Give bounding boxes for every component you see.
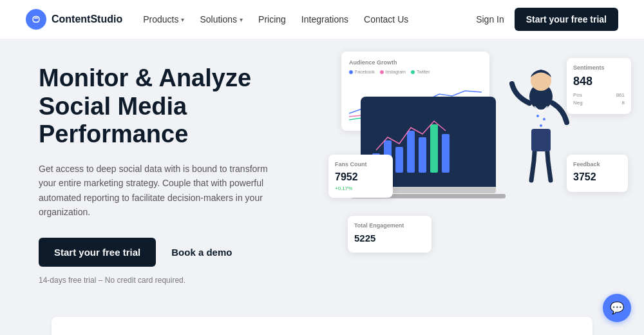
- person-illustration: [506, 58, 576, 200]
- audience-card-title: Audience Growth: [349, 59, 482, 66]
- svg-rect-3: [407, 131, 415, 173]
- fans-count-card: Fans Count 7952 +0.17%: [328, 155, 393, 198]
- hero-illustration: Audience Growth Facebook Instagram Twitt…: [322, 45, 631, 251]
- nav-menu: Products ▾ Solutions ▾ Pricing Integrati…: [143, 14, 408, 24]
- nav-left: ContentStudio Products ▾ Solutions ▾ Pri…: [26, 9, 408, 30]
- nav-right: Sign In Start your free trial: [476, 8, 618, 31]
- nav-pricing[interactable]: Pricing: [258, 14, 286, 24]
- feedback-title: Feedback: [573, 161, 621, 168]
- legend-dot-twitter: [411, 70, 415, 74]
- nav-solutions[interactable]: Solutions ▾: [200, 14, 243, 24]
- svg-rect-2: [395, 147, 403, 173]
- hero-content: Monitor & Analyze Social Media Performan…: [39, 64, 328, 285]
- sentiment-rows: Pos 861 Neg 8: [573, 92, 625, 106]
- sentiment-negative: Neg 8: [573, 100, 625, 106]
- nav-products[interactable]: Products ▾: [143, 14, 184, 24]
- legend-instagram: Instagram: [380, 70, 406, 74]
- legend-facebook: Facebook: [349, 70, 375, 74]
- fans-change: +0.17%: [335, 186, 386, 191]
- sentiments-title: Sentiments: [573, 64, 625, 71]
- start-trial-button[interactable]: Start your free trial: [39, 238, 156, 267]
- navbar: ContentStudio Products ▾ Solutions ▾ Pri…: [0, 0, 644, 39]
- svg-rect-4: [419, 137, 426, 173]
- chevron-down-icon: ▾: [240, 16, 243, 23]
- trial-note: 14-days free trial – No credit card requ…: [39, 276, 328, 285]
- sign-in-link[interactable]: Sign In: [476, 14, 504, 24]
- svg-rect-9: [531, 129, 551, 151]
- nav-contact[interactable]: Contact Us: [364, 14, 408, 24]
- sentiment-positive: Pos 861: [573, 92, 625, 98]
- nav-cta-button[interactable]: Start your free trial: [515, 8, 618, 31]
- svg-point-10: [536, 115, 539, 117]
- chat-icon: 💬: [610, 301, 624, 315]
- hero-section: Monitor & Analyze Social Media Performan…: [0, 39, 644, 304]
- chevron-down-icon: ▾: [181, 16, 184, 23]
- hero-buttons: Start your free trial Book a demo: [39, 238, 328, 267]
- testimonial-section: "ContentStudio – the best social media m…: [0, 304, 644, 335]
- logo-icon: [26, 9, 46, 30]
- svg-rect-5: [430, 124, 438, 173]
- chart-legend: Facebook Instagram Twitter: [349, 70, 482, 74]
- svg-point-11: [543, 118, 545, 120]
- fans-count-value: 7952: [335, 171, 386, 183]
- hero-title: Monitor & Analyze Social Media Performan…: [39, 64, 328, 149]
- legend-dot-facebook: [349, 70, 353, 74]
- book-demo-button[interactable]: Book a demo: [166, 238, 237, 267]
- testimonial-card: "ContentStudio – the best social media m…: [52, 317, 592, 335]
- feedback-card: Feedback 3752: [567, 155, 628, 192]
- svg-rect-6: [442, 134, 450, 173]
- svg-point-12: [540, 124, 542, 127]
- logo-text: ContentStudio: [52, 14, 122, 25]
- hero-description: Get access to deep social data with is b…: [39, 162, 283, 220]
- total-engagement-value: 5225: [354, 233, 425, 244]
- total-engagement-card: Total Engagement 5225: [348, 216, 431, 253]
- feedback-value: 3752: [573, 171, 621, 183]
- logo[interactable]: ContentStudio: [26, 9, 122, 30]
- fans-count-title: Fans Count: [335, 161, 386, 168]
- chat-button[interactable]: 💬: [603, 294, 631, 322]
- legend-dot-instagram: [380, 70, 384, 74]
- sentiments-card: Sentiments 848 Pos 861 Neg 8: [567, 58, 631, 114]
- sentiments-value: 848: [573, 75, 625, 88]
- nav-integrations[interactable]: Integrations: [301, 14, 348, 24]
- total-engagement-title: Total Engagement: [354, 222, 425, 229]
- legend-twitter: Twitter: [411, 70, 430, 74]
